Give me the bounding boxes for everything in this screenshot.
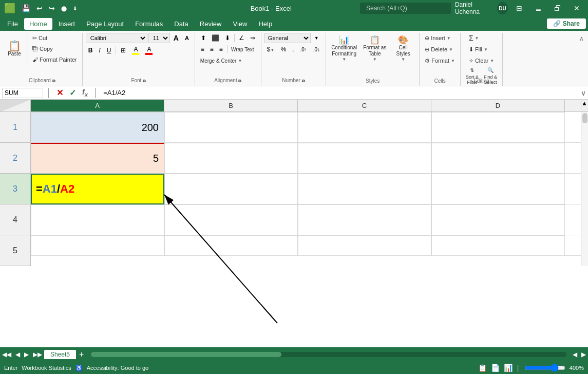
right-align-btn[interactable]: ≡ [217, 44, 225, 54]
center-align-btn[interactable]: ≡ [207, 44, 216, 54]
confirm-formula-btn[interactable]: ✓ [67, 88, 78, 98]
italic-button[interactable]: I [96, 45, 103, 55]
cell-c2[interactable] [298, 143, 431, 174]
left-align-btn[interactable]: ≡ [198, 44, 207, 54]
menu-data[interactable]: Data [169, 18, 193, 30]
cell-b1[interactable] [164, 112, 298, 143]
menu-review[interactable]: Review [195, 18, 227, 30]
cell-d2[interactable] [431, 143, 565, 174]
col-header-c[interactable]: C [298, 100, 431, 112]
decrease-decimal-btn[interactable]: .0↓ [311, 44, 323, 54]
comma-btn[interactable]: , [290, 44, 296, 54]
number-expand[interactable]: ⧉ [302, 79, 305, 84]
conditional-formatting-btn[interactable]: 📊 ConditionalFormatting ▼ [329, 33, 359, 64]
format-as-table-btn[interactable]: 📋 Format asTable ▼ [361, 33, 388, 64]
copy-button[interactable]: ⿻ Copy [30, 44, 79, 54]
top-align-btn[interactable]: ⬆ [198, 33, 208, 43]
menu-home[interactable]: Home [24, 18, 52, 30]
shrink-font-button[interactable]: A [182, 33, 192, 43]
sheet-nav-next[interactable]: ▶ [22, 350, 31, 359]
h-scrollbar[interactable] [91, 352, 566, 357]
cut-button[interactable]: ✂ Cut [30, 33, 79, 43]
formula-input[interactable] [101, 89, 579, 97]
border-button[interactable]: ⊞ [118, 45, 128, 55]
search-input[interactable] [360, 3, 451, 14]
find-select-btn[interactable]: 🔍 Find &Select ▼ [482, 67, 499, 77]
undo-btn[interactable]: ↩ [34, 3, 45, 13]
format-painter-button[interactable]: 🖌 Format Painter [30, 54, 79, 65]
row-header-3[interactable]: 3 [0, 174, 31, 204]
percent-btn[interactable]: % [278, 44, 289, 54]
h-scroll-left[interactable]: ◀ [571, 350, 579, 359]
cell-d4[interactable] [431, 204, 565, 235]
fill-btn[interactable]: ⬇ Fill ▼ [467, 44, 490, 54]
page-break-view-btn[interactable]: 📊 [504, 364, 513, 372]
sort-filter-btn[interactable]: ⇅ Sort &Filter ▼ [464, 67, 481, 77]
normal-view-btn[interactable]: 📋 [478, 364, 487, 372]
insert-cells-btn[interactable]: ⊕ Insert ▼ [423, 33, 452, 43]
v-scrollbar[interactable] [581, 112, 588, 266]
cell-b5[interactable] [164, 235, 298, 256]
cell-d1[interactable] [431, 112, 565, 143]
page-layout-view-btn[interactable]: 📄 [491, 364, 500, 372]
clipboard-expand[interactable]: ⧉ [52, 79, 55, 84]
cell-styles-btn[interactable]: 🎨 Cell Styles ▼ [390, 33, 416, 64]
font-color-button[interactable]: A [143, 45, 155, 55]
cell-a1[interactable]: 200 [31, 112, 164, 143]
col-header-d[interactable]: D [431, 100, 565, 112]
cell-d5[interactable] [431, 235, 565, 256]
format-cells-btn[interactable]: ⚙ Format ▼ [423, 55, 457, 66]
col-header-b[interactable]: B [164, 100, 298, 112]
sheet-tab-sheet5[interactable]: Sheet5 [44, 350, 76, 359]
wrap-text-btn[interactable]: Wrap Text [229, 44, 256, 54]
workbook-stats-btn[interactable]: Workbook Statistics [22, 365, 71, 371]
close-btn[interactable]: ✕ [570, 2, 584, 14]
cell-d3[interactable] [431, 174, 565, 204]
paste-button[interactable]: 📋 Paste [5, 33, 24, 64]
cell-b3[interactable] [164, 174, 298, 204]
font-expand[interactable]: ⧉ [143, 79, 146, 84]
fill-color-button[interactable]: A [129, 45, 142, 55]
h-scroll-right[interactable]: ▶ [579, 350, 588, 359]
zoom-slider[interactable] [524, 364, 565, 372]
menu-view[interactable]: View [227, 18, 252, 30]
name-box[interactable] [2, 88, 43, 98]
row-header-4[interactable]: 4 [0, 204, 31, 235]
currency-btn[interactable]: $▼ [264, 44, 277, 54]
share-button[interactable]: 🔗 Share [547, 18, 586, 29]
v-scroll-thumb[interactable] [582, 113, 587, 123]
menu-file[interactable]: File [2, 18, 23, 30]
sheet-nav-left[interactable]: ◀◀ [0, 350, 13, 359]
number-format-select[interactable]: General [264, 33, 311, 43]
cell-c1[interactable] [298, 112, 431, 143]
bottom-align-btn[interactable]: ⬇ [222, 33, 233, 43]
cancel-formula-btn[interactable]: ✕ [54, 88, 65, 98]
row-header-5[interactable]: 5 [0, 235, 31, 266]
merge-center-btn[interactable]: Merge & Center ▼ [198, 55, 244, 66]
number-format-btn[interactable]: ▼ [312, 33, 321, 43]
bold-button[interactable]: B [86, 45, 96, 55]
cell-c5[interactable] [298, 235, 431, 256]
menu-page-layout[interactable]: Page Layout [81, 18, 129, 30]
cell-b4[interactable] [164, 204, 298, 235]
quick-access-more[interactable]: ⬇ [71, 5, 79, 12]
sheet-nav-right[interactable]: ▶▶ [31, 350, 44, 359]
underline-button[interactable]: U [104, 45, 114, 55]
cell-a4[interactable] [31, 204, 164, 235]
cell-a5[interactable] [31, 235, 164, 256]
maximize-btn[interactable]: 🗗 [550, 2, 565, 14]
alignment-expand[interactable]: ⧉ [238, 79, 241, 84]
menu-help[interactable]: Help [253, 18, 277, 30]
sheet-nav-prev[interactable]: ◀ [13, 350, 22, 359]
cell-a2[interactable]: 5 [31, 143, 164, 174]
row-header-2[interactable]: 2 [0, 143, 31, 174]
redo-btn[interactable]: ↪ [47, 3, 57, 13]
add-sheet-button[interactable]: + [76, 349, 87, 360]
angle-text-btn[interactable]: ∠ [236, 33, 247, 43]
formula-expand-btn[interactable]: ∨ [581, 89, 586, 97]
middle-align-btn[interactable]: ⬛ [209, 33, 222, 43]
col-header-a[interactable]: A [31, 100, 164, 112]
clear-btn[interactable]: ✧ Clear ▼ [467, 55, 496, 66]
collapse-ribbon-btn[interactable]: ∧ [577, 34, 586, 43]
delete-cells-btn[interactable]: ⊖ Delete ▼ [423, 44, 455, 54]
